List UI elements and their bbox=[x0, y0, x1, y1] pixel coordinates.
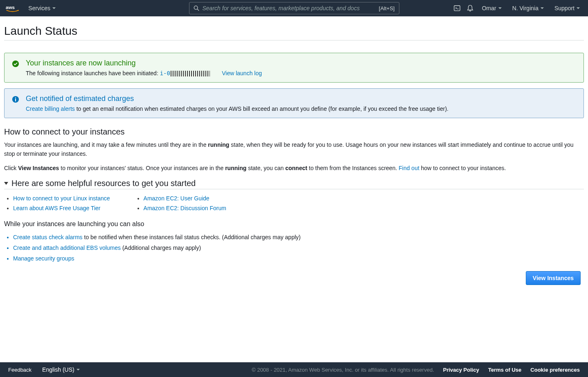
chevron-down-icon bbox=[577, 7, 580, 9]
support-menu[interactable]: Support bbox=[552, 5, 582, 11]
view-instances-button[interactable]: View Instances bbox=[526, 271, 581, 285]
success-title: Your instances are now launching bbox=[26, 59, 576, 67]
resource-links: How to connect to your Linux instance Le… bbox=[4, 193, 584, 213]
find-out-link[interactable]: Find out bbox=[399, 165, 419, 171]
resource-link[interactable]: Amazon EC2: Discussion Forum bbox=[144, 205, 226, 211]
info-circle-icon bbox=[12, 96, 19, 112]
chevron-down-icon bbox=[541, 7, 544, 9]
resource-link[interactable]: How to connect to your Linux instance bbox=[13, 195, 110, 202]
support-label: Support bbox=[554, 5, 574, 11]
resources-header[interactable]: Here are some helpful resources to get y… bbox=[4, 179, 584, 189]
cloudshell-icon[interactable] bbox=[453, 4, 461, 12]
check-circle-icon bbox=[12, 60, 19, 76]
resource-link[interactable]: Learn about AWS Free Usage Tier bbox=[13, 205, 100, 211]
list-item: Manage security groups bbox=[13, 253, 584, 264]
security-groups-link[interactable]: Manage security groups bbox=[13, 255, 74, 262]
nav-right: Omar N. Virginia Support bbox=[453, 4, 582, 12]
launch-success-alert: Your instances are now launching The fol… bbox=[4, 53, 584, 83]
list-item: Create status check alarms to be notifie… bbox=[13, 232, 584, 242]
list-item: Create and attach additional EBS volumes… bbox=[13, 242, 584, 253]
svg-rect-7 bbox=[15, 99, 16, 101]
info-title: Get notified of estimated charges bbox=[26, 94, 576, 103]
connect-heading: How to connect to your instances bbox=[4, 127, 584, 137]
connect-p1: Your instances are launching, and it may… bbox=[4, 141, 584, 158]
chevron-down-icon bbox=[52, 7, 56, 9]
region-menu[interactable]: N. Virginia bbox=[510, 5, 546, 11]
button-row: View Instances bbox=[4, 271, 584, 285]
search-icon bbox=[194, 5, 199, 11]
ebs-volumes-link[interactable]: Create and attach additional EBS volumes bbox=[13, 245, 121, 251]
chevron-down-icon bbox=[498, 7, 502, 9]
action-list: Create status check alarms to be notifie… bbox=[4, 232, 584, 264]
top-nav: aws Services [Alt+S] Omar N. Virginia Su… bbox=[0, 0, 588, 16]
user-label: Omar bbox=[482, 5, 496, 11]
resource-link[interactable]: Amazon EC2: User Guide bbox=[144, 195, 210, 202]
search-shortcut-hint: [Alt+S] bbox=[379, 5, 395, 11]
main-content: Launch Status Your instances are now lau… bbox=[0, 16, 588, 318]
aws-logo[interactable]: aws bbox=[6, 4, 19, 12]
connect-p2: Click View Instances to monitor your ins… bbox=[4, 164, 584, 173]
redacted-id bbox=[171, 71, 210, 76]
search-box[interactable]: [Alt+S] bbox=[189, 2, 399, 14]
while-launching-heading: While your instances are launching you c… bbox=[4, 220, 584, 228]
svg-point-6 bbox=[15, 97, 16, 98]
svg-line-2 bbox=[197, 9, 199, 11]
view-launch-log-link[interactable]: View launch log bbox=[222, 70, 262, 76]
instance-id-link[interactable]: i-0 bbox=[160, 70, 211, 76]
resources-heading: Here are some helpful resources to get y… bbox=[11, 179, 196, 188]
page-title: Launch Status bbox=[4, 25, 584, 40]
svg-point-1 bbox=[194, 6, 198, 9]
region-label: N. Virginia bbox=[512, 5, 538, 11]
svg-text:aws: aws bbox=[6, 4, 15, 10]
account-menu[interactable]: Omar bbox=[480, 5, 504, 11]
search-input[interactable] bbox=[199, 5, 379, 11]
create-billing-alerts-link[interactable]: Create billing alerts bbox=[26, 105, 75, 112]
info-text: Create billing alerts to get an email no… bbox=[26, 105, 576, 112]
svg-point-4 bbox=[12, 61, 19, 67]
billing-info-alert: Get notified of estimated charges Create… bbox=[4, 88, 584, 118]
services-menu[interactable]: Services bbox=[26, 5, 58, 11]
triangle-down-icon bbox=[4, 182, 8, 185]
services-label: Services bbox=[28, 5, 50, 11]
status-alarms-link[interactable]: Create status check alarms bbox=[13, 234, 83, 240]
success-text: The following instance launches have bee… bbox=[26, 70, 576, 76]
bell-icon[interactable] bbox=[466, 4, 474, 12]
